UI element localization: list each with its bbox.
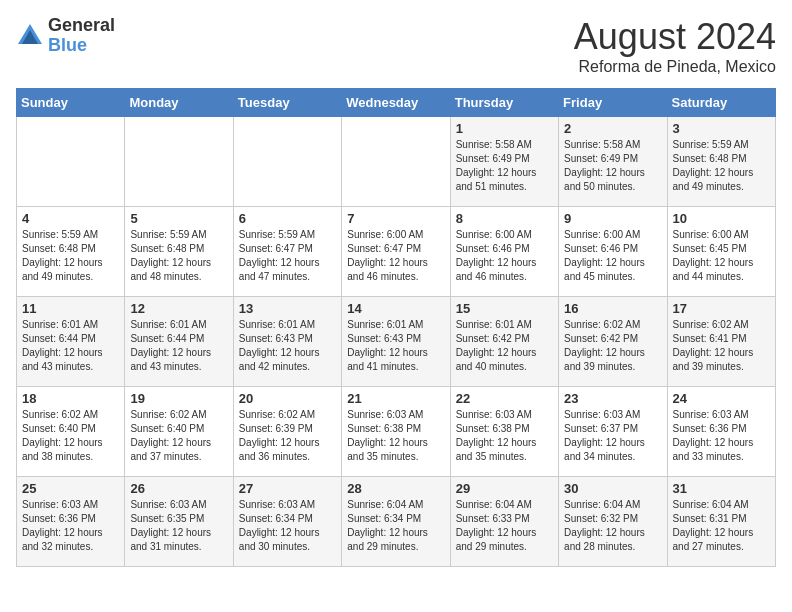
calendar-day-cell: 9Sunrise: 6:00 AMSunset: 6:46 PMDaylight…: [559, 207, 667, 297]
calendar-week-row: 25Sunrise: 6:03 AMSunset: 6:36 PMDayligh…: [17, 477, 776, 567]
location-subtitle: Reforma de Pineda, Mexico: [574, 58, 776, 76]
day-number: 2: [564, 121, 661, 136]
day-number: 15: [456, 301, 553, 316]
calendar-day-cell: 11Sunrise: 6:01 AMSunset: 6:44 PMDayligh…: [17, 297, 125, 387]
weekday-header-tuesday: Tuesday: [233, 89, 341, 117]
day-info-text: Sunrise: 6:01 AMSunset: 6:43 PMDaylight:…: [239, 318, 336, 374]
day-number: 11: [22, 301, 119, 316]
calendar-day-cell: 18Sunrise: 6:02 AMSunset: 6:40 PMDayligh…: [17, 387, 125, 477]
day-number: 8: [456, 211, 553, 226]
calendar-week-row: 4Sunrise: 5:59 AMSunset: 6:48 PMDaylight…: [17, 207, 776, 297]
weekday-header-thursday: Thursday: [450, 89, 558, 117]
logo-general-text: General: [48, 16, 115, 36]
logo-text: General Blue: [48, 16, 115, 56]
calendar-day-cell: 13Sunrise: 6:01 AMSunset: 6:43 PMDayligh…: [233, 297, 341, 387]
day-number: 27: [239, 481, 336, 496]
weekday-header-row: SundayMondayTuesdayWednesdayThursdayFrid…: [17, 89, 776, 117]
calendar-day-cell: 20Sunrise: 6:02 AMSunset: 6:39 PMDayligh…: [233, 387, 341, 477]
day-info-text: Sunrise: 6:02 AMSunset: 6:41 PMDaylight:…: [673, 318, 770, 374]
day-info-text: Sunrise: 6:03 AMSunset: 6:38 PMDaylight:…: [347, 408, 444, 464]
day-number: 6: [239, 211, 336, 226]
calendar-day-cell: 10Sunrise: 6:00 AMSunset: 6:45 PMDayligh…: [667, 207, 775, 297]
calendar-day-cell: 4Sunrise: 5:59 AMSunset: 6:48 PMDaylight…: [17, 207, 125, 297]
calendar-day-cell: 25Sunrise: 6:03 AMSunset: 6:36 PMDayligh…: [17, 477, 125, 567]
weekday-header-friday: Friday: [559, 89, 667, 117]
day-number: 20: [239, 391, 336, 406]
day-number: 16: [564, 301, 661, 316]
calendar-day-cell: 22Sunrise: 6:03 AMSunset: 6:38 PMDayligh…: [450, 387, 558, 477]
day-number: 9: [564, 211, 661, 226]
calendar-day-cell: 12Sunrise: 6:01 AMSunset: 6:44 PMDayligh…: [125, 297, 233, 387]
day-number: 14: [347, 301, 444, 316]
logo-icon: [16, 22, 44, 50]
day-info-text: Sunrise: 6:00 AMSunset: 6:45 PMDaylight:…: [673, 228, 770, 284]
calendar-table: SundayMondayTuesdayWednesdayThursdayFrid…: [16, 88, 776, 567]
day-number: 18: [22, 391, 119, 406]
day-number: 29: [456, 481, 553, 496]
day-info-text: Sunrise: 6:03 AMSunset: 6:35 PMDaylight:…: [130, 498, 227, 554]
day-number: 31: [673, 481, 770, 496]
empty-day-cell: [17, 117, 125, 207]
day-info-text: Sunrise: 6:01 AMSunset: 6:44 PMDaylight:…: [130, 318, 227, 374]
day-info-text: Sunrise: 6:03 AMSunset: 6:36 PMDaylight:…: [673, 408, 770, 464]
calendar-day-cell: 29Sunrise: 6:04 AMSunset: 6:33 PMDayligh…: [450, 477, 558, 567]
day-info-text: Sunrise: 6:02 AMSunset: 6:40 PMDaylight:…: [130, 408, 227, 464]
day-number: 7: [347, 211, 444, 226]
empty-day-cell: [125, 117, 233, 207]
day-info-text: Sunrise: 5:58 AMSunset: 6:49 PMDaylight:…: [456, 138, 553, 194]
day-number: 22: [456, 391, 553, 406]
calendar-day-cell: 15Sunrise: 6:01 AMSunset: 6:42 PMDayligh…: [450, 297, 558, 387]
day-info-text: Sunrise: 6:03 AMSunset: 6:34 PMDaylight:…: [239, 498, 336, 554]
day-info-text: Sunrise: 6:01 AMSunset: 6:44 PMDaylight:…: [22, 318, 119, 374]
calendar-day-cell: 23Sunrise: 6:03 AMSunset: 6:37 PMDayligh…: [559, 387, 667, 477]
day-info-text: Sunrise: 6:04 AMSunset: 6:34 PMDaylight:…: [347, 498, 444, 554]
weekday-header-saturday: Saturday: [667, 89, 775, 117]
day-info-text: Sunrise: 5:59 AMSunset: 6:48 PMDaylight:…: [673, 138, 770, 194]
day-info-text: Sunrise: 6:01 AMSunset: 6:43 PMDaylight:…: [347, 318, 444, 374]
day-info-text: Sunrise: 6:00 AMSunset: 6:46 PMDaylight:…: [564, 228, 661, 284]
day-info-text: Sunrise: 6:02 AMSunset: 6:39 PMDaylight:…: [239, 408, 336, 464]
day-info-text: Sunrise: 6:04 AMSunset: 6:33 PMDaylight:…: [456, 498, 553, 554]
calendar-week-row: 1Sunrise: 5:58 AMSunset: 6:49 PMDaylight…: [17, 117, 776, 207]
logo-blue-text: Blue: [48, 36, 115, 56]
day-info-text: Sunrise: 6:01 AMSunset: 6:42 PMDaylight:…: [456, 318, 553, 374]
weekday-header-wednesday: Wednesday: [342, 89, 450, 117]
day-info-text: Sunrise: 6:04 AMSunset: 6:31 PMDaylight:…: [673, 498, 770, 554]
calendar-day-cell: 26Sunrise: 6:03 AMSunset: 6:35 PMDayligh…: [125, 477, 233, 567]
weekday-header-sunday: Sunday: [17, 89, 125, 117]
logo: General Blue: [16, 16, 115, 56]
calendar-week-row: 11Sunrise: 6:01 AMSunset: 6:44 PMDayligh…: [17, 297, 776, 387]
title-block: August 2024 Reforma de Pineda, Mexico: [574, 16, 776, 76]
calendar-day-cell: 24Sunrise: 6:03 AMSunset: 6:36 PMDayligh…: [667, 387, 775, 477]
day-number: 19: [130, 391, 227, 406]
day-info-text: Sunrise: 5:59 AMSunset: 6:48 PMDaylight:…: [130, 228, 227, 284]
day-info-text: Sunrise: 6:00 AMSunset: 6:46 PMDaylight:…: [456, 228, 553, 284]
day-info-text: Sunrise: 6:03 AMSunset: 6:36 PMDaylight:…: [22, 498, 119, 554]
day-number: 1: [456, 121, 553, 136]
day-number: 24: [673, 391, 770, 406]
day-number: 25: [22, 481, 119, 496]
calendar-day-cell: 7Sunrise: 6:00 AMSunset: 6:47 PMDaylight…: [342, 207, 450, 297]
day-info-text: Sunrise: 6:02 AMSunset: 6:42 PMDaylight:…: [564, 318, 661, 374]
day-number: 4: [22, 211, 119, 226]
empty-day-cell: [233, 117, 341, 207]
day-info-text: Sunrise: 6:00 AMSunset: 6:47 PMDaylight:…: [347, 228, 444, 284]
calendar-day-cell: 19Sunrise: 6:02 AMSunset: 6:40 PMDayligh…: [125, 387, 233, 477]
day-info-text: Sunrise: 6:03 AMSunset: 6:38 PMDaylight:…: [456, 408, 553, 464]
calendar-day-cell: 28Sunrise: 6:04 AMSunset: 6:34 PMDayligh…: [342, 477, 450, 567]
day-info-text: Sunrise: 6:03 AMSunset: 6:37 PMDaylight:…: [564, 408, 661, 464]
calendar-day-cell: 30Sunrise: 6:04 AMSunset: 6:32 PMDayligh…: [559, 477, 667, 567]
day-number: 13: [239, 301, 336, 316]
calendar-day-cell: 14Sunrise: 6:01 AMSunset: 6:43 PMDayligh…: [342, 297, 450, 387]
day-number: 30: [564, 481, 661, 496]
month-year-title: August 2024: [574, 16, 776, 58]
calendar-day-cell: 1Sunrise: 5:58 AMSunset: 6:49 PMDaylight…: [450, 117, 558, 207]
calendar-day-cell: 5Sunrise: 5:59 AMSunset: 6:48 PMDaylight…: [125, 207, 233, 297]
calendar-day-cell: 31Sunrise: 6:04 AMSunset: 6:31 PMDayligh…: [667, 477, 775, 567]
page-header: General Blue August 2024 Reforma de Pine…: [16, 16, 776, 76]
day-info-text: Sunrise: 6:02 AMSunset: 6:40 PMDaylight:…: [22, 408, 119, 464]
day-number: 5: [130, 211, 227, 226]
calendar-day-cell: 27Sunrise: 6:03 AMSunset: 6:34 PMDayligh…: [233, 477, 341, 567]
day-info-text: Sunrise: 5:59 AMSunset: 6:48 PMDaylight:…: [22, 228, 119, 284]
day-info-text: Sunrise: 5:58 AMSunset: 6:49 PMDaylight:…: [564, 138, 661, 194]
